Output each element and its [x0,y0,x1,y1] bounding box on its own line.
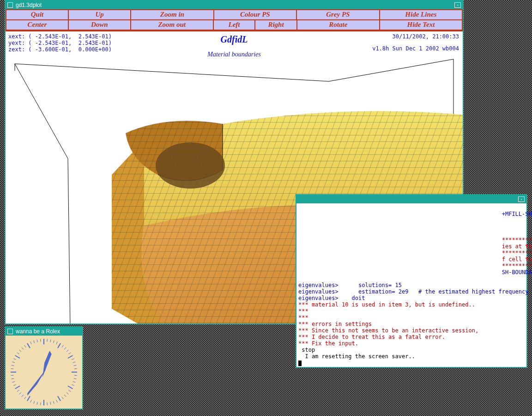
term-line: +MFILL-SHOWALL-NO=0002 [502,211,532,217]
term-line: *** material 10 is used in item 3, but i… [298,301,475,308]
quit-button[interactable]: Quit [6,9,69,20]
svg-line-26 [68,390,71,392]
svg-line-14 [68,353,71,355]
svg-line-56 [17,353,19,355]
term-line: *** Fix the input. [298,340,358,347]
term-line: f cell to take. [502,256,532,263]
window-menu-icon[interactable] [7,2,13,8]
svg-line-24 [72,385,74,385]
svg-line-10 [58,343,60,348]
term-line [298,250,502,256]
svg-line-63 [37,340,37,343]
svg-line-18 [74,365,77,366]
svg-line-32 [53,401,54,404]
term-line: eigenvalues> solutions= 15 [298,282,402,288]
svg-line-47 [12,381,15,382]
window-menu-icon[interactable] [7,329,13,334]
svg-line-36 [40,403,41,405]
term-line: ies at the edges. [502,243,532,250]
svg-line-9 [56,342,57,344]
svg-line-29 [62,397,64,399]
term-line: *** [298,308,308,314]
svg-line-52 [12,365,14,366]
clock-face [6,336,82,409]
svg-line-7 [50,340,51,343]
term-line: *** I decide to treat this as a fatal er… [298,334,445,340]
svg-line-51 [11,368,13,369]
svg-line-59 [24,345,26,348]
svg-point-1 [156,142,225,189]
svg-line-37 [37,402,37,405]
plot-window-title: gd1.3dplot [16,2,42,8]
term-line: ************ [502,263,532,269]
svg-line-30 [58,396,60,401]
term-line: *** [298,314,308,321]
clock-titlebar[interactable]: wanna be a Rolex [6,327,82,336]
center-button[interactable]: Center [6,20,69,31]
term-line [298,211,502,217]
svg-line-43 [19,392,21,394]
svg-line-11 [62,345,64,348]
clock-window: wanna be a Rolex [5,326,83,410]
cursor-icon [298,361,302,366]
clock-window-title: wanna be a Rolex [16,328,60,335]
svg-line-25 [68,386,73,389]
svg-line-46 [13,385,16,385]
grey-ps-button[interactable]: Grey PS [297,9,380,20]
term-line [298,237,502,243]
term-line: *** Since this not seems to be an intera… [298,327,478,334]
svg-line-45 [15,386,20,389]
hide-text-button[interactable]: Hide Text [380,20,463,31]
svg-line-44 [17,390,19,392]
svg-line-28 [64,395,66,397]
term-line: stop [298,347,315,353]
zoom-out-button[interactable]: Zoom out [131,20,214,31]
terminal-output[interactable]: +MFILL-SHOWALL-NO=0002 ************ ies … [296,203,526,367]
up-button[interactable]: Up [69,9,131,20]
svg-line-62 [34,341,35,343]
svg-line-13 [66,350,68,352]
svg-line-27 [66,392,68,394]
hide-lines-button[interactable]: Hide Lines [380,9,463,20]
svg-line-15 [68,355,73,358]
svg-line-6 [47,339,48,342]
term-line [298,243,502,250]
term-line: ************ [502,237,532,243]
term-line: I am resetting the screen saver.. [298,353,415,360]
down-button[interactable]: Down [69,20,131,31]
svg-line-55 [15,355,20,358]
term-line: *** errors in settings [298,321,372,327]
svg-line-57 [19,350,21,352]
svg-line-33 [50,402,51,405]
svg-line-34 [47,403,48,405]
svg-line-60 [27,343,30,348]
terminal-window: ▫ +MFILL-SHOWALL-NO=0002 ************ [296,194,527,368]
maximize-icon[interactable]: ▫ [518,196,525,202]
term-line: eigenvalues> estimation= 2e9 # the estim… [298,288,529,295]
plot-toolbar: Quit Up Zoom in Colour PS Grey PS Hide L… [6,9,463,31]
svg-line-17 [73,362,76,363]
svg-line-21 [74,375,77,376]
svg-line-38 [34,401,35,404]
svg-line-19 [74,368,77,369]
svg-line-31 [56,400,57,402]
term-line [298,269,502,275]
svg-line-58 [22,347,24,349]
right-button[interactable]: Right [255,20,297,31]
left-button[interactable]: Left [214,20,256,31]
svg-line-8 [53,341,54,343]
svg-line-61 [30,342,31,344]
plot-titlebar[interactable]: gd1.3dplot ▫ [6,1,463,9]
maximize-icon[interactable]: ▫ [454,2,461,8]
term-line: SH-BOUNDARIES.0001.gld [502,269,532,275]
svg-line-49 [11,375,13,376]
term-line [298,256,502,263]
svg-line-64 [40,339,41,342]
svg-line-23 [73,381,76,382]
zoom-in-button[interactable]: Zoom in [131,9,214,20]
rotate-button[interactable]: Rotate [297,20,380,31]
svg-line-41 [24,397,26,399]
terminal-titlebar[interactable]: ▫ [296,195,526,203]
colour-ps-button[interactable]: Colour PS [214,9,297,20]
svg-line-48 [12,379,14,379]
